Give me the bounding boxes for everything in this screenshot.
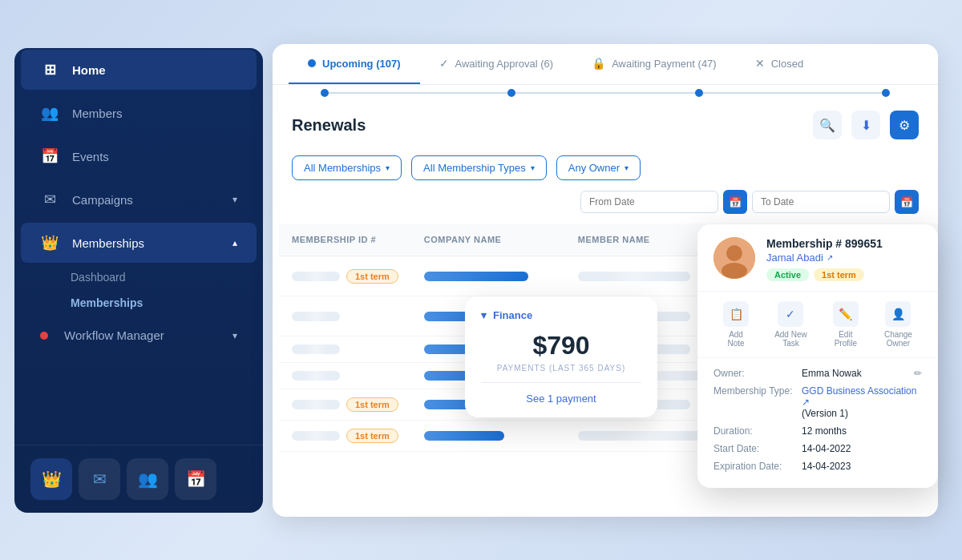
tab-awaiting-payment[interactable]: 🔒 Awaiting Payment (47) — [572, 44, 736, 84]
footer-memberships-btn[interactable]: 👑 — [30, 458, 72, 500]
tab-awaiting-approval[interactable]: ✓ Awaiting Approval (6) — [420, 44, 573, 84]
sidebar-item-members[interactable]: 👥 Members — [21, 93, 257, 133]
sidebar: ⊞ Home 👥 Members 📅 Events ✉ Campaigns ▾ … — [14, 48, 263, 513]
change-owner-label: ChangeOwner — [884, 330, 912, 348]
clock-icon: 🔒 — [592, 57, 605, 70]
tab-closed[interactable]: ✕ Closed — [736, 44, 823, 84]
from-date-input[interactable] — [580, 191, 718, 213]
row4-id — [279, 363, 411, 389]
expiration-date-value: 14-04-2023 — [802, 461, 851, 472]
membership-type-value[interactable]: GGD Business Association ↗(Version 1) — [802, 385, 922, 419]
footer-campaigns-btn[interactable]: ✉ — [79, 458, 120, 500]
chevron-any-owner-icon: ▾ — [624, 163, 629, 172]
to-date-input[interactable] — [752, 191, 890, 213]
settings-button[interactable]: ⚙ — [890, 111, 919, 139]
from-date-calendar-button[interactable]: 📅 — [723, 190, 747, 214]
members-icon: 👥 — [40, 104, 59, 122]
chevron-down-icon: ▾ — [232, 194, 237, 205]
sidebar-subitem-dashboard-label: Dashboard — [71, 271, 126, 284]
progress-dot-1 — [321, 89, 329, 97]
workflow-status-dot — [40, 332, 48, 340]
chevron-down-finance-icon: ▾ — [481, 309, 487, 321]
calendar-from-icon: 📅 — [729, 196, 742, 208]
membership-type-label: Membership Type: — [713, 385, 802, 397]
membership-type-row: Membership Type: GGD Business Associatio… — [713, 385, 922, 419]
filter-membership-types[interactable]: All Membership Types ▾ — [411, 155, 547, 180]
add-task-label: Add NewTask — [774, 330, 807, 348]
chevron-workflow-icon: ▾ — [232, 330, 237, 341]
sidebar-subitem-dashboard[interactable]: Dashboard — [64, 264, 263, 290]
tab-upcoming-dot — [308, 59, 316, 67]
edit-profile-label: EditProfile — [835, 330, 857, 348]
progress-dot-3 — [695, 89, 703, 97]
filter-any-owner-label: Any Owner — [568, 162, 620, 174]
events-icon: 📅 — [40, 147, 59, 165]
sidebar-item-events-label: Events — [72, 150, 109, 163]
owner-value: Emma Nowak — [802, 368, 862, 379]
gear-icon: ⚙ — [899, 118, 910, 133]
tabs-bar: Upcoming (107) ✓ Awaiting Approval (6) 🔒… — [273, 44, 938, 85]
detail-fields: Owner: Emma Nowak ✏ Membership Type: GGD… — [697, 358, 938, 488]
to-date-calendar-button[interactable]: 📅 — [895, 190, 919, 214]
add-note-button[interactable]: 📋 AddNote — [723, 301, 749, 348]
member-avatar — [713, 237, 755, 279]
download-icon: ⬇ — [861, 118, 871, 133]
company-bar6 — [424, 431, 504, 441]
owner-edit-icon[interactable]: ✏ — [914, 368, 922, 379]
id-skeleton — [292, 272, 340, 281]
start-date-row: Start Date: 14-04-2022 — [713, 443, 922, 454]
company-bar — [424, 272, 528, 281]
col-company-name: COMPANY NAME — [411, 224, 565, 256]
edit-profile-button[interactable]: ✏️ EditProfile — [833, 301, 859, 348]
footer-events-btn[interactable]: 📅 — [175, 458, 216, 500]
duration-row: Duration: 12 months — [713, 425, 922, 437]
sidebar-item-memberships[interactable]: 👑 Memberships ▴ — [21, 223, 257, 263]
sidebar-submenu: Dashboard Memberships — [14, 264, 263, 316]
add-task-button[interactable]: ✓ Add NewTask — [774, 301, 807, 348]
check-circle-icon: ✓ — [439, 57, 449, 70]
memberships-icon: 👑 — [40, 234, 59, 252]
expiration-date-label: Expiration Date: — [713, 461, 802, 472]
term-badge6: 1st term — [346, 429, 398, 443]
tab-awaiting-payment-label: Awaiting Payment (47) — [612, 58, 717, 70]
download-button[interactable]: ⬇ — [851, 111, 880, 139]
footer-members-btn[interactable]: 👥 — [127, 458, 168, 500]
search-icon: 🔍 — [819, 118, 835, 133]
svg-point-2 — [722, 263, 747, 279]
svg-point-1 — [726, 245, 742, 261]
detail-badges: Active 1st term — [766, 268, 922, 281]
tab-upcoming[interactable]: Upcoming (107) — [289, 45, 420, 84]
member-name-link[interactable]: Jamal Abadi ↗ — [766, 252, 922, 264]
edit-profile-icon: ✏️ — [833, 301, 859, 327]
membership-id: Membership # 899651 — [766, 237, 922, 250]
see-payment-link[interactable]: See 1 payment — [481, 382, 641, 405]
member-skeleton — [578, 272, 690, 281]
term-badge5: 1st term — [346, 397, 398, 412]
campaigns-icon: ✉ — [40, 191, 59, 208]
change-owner-button[interactable]: 👤 ChangeOwner — [884, 301, 912, 348]
sidebar-item-members-label: Members — [72, 107, 123, 120]
filter-any-owner[interactable]: Any Owner ▾ — [556, 155, 641, 180]
id-skeleton2 — [292, 312, 340, 321]
toolbar-actions: 🔍 ⬇ ⚙ — [813, 111, 919, 139]
id-skeleton6 — [292, 431, 340, 441]
sidebar-item-workflow-label: Workflow Manager — [64, 328, 164, 342]
detail-info: Membership # 899651 Jamal Abadi ↗ Active… — [766, 237, 922, 281]
chevron-up-icon: ▴ — [232, 237, 237, 248]
filter-all-memberships[interactable]: All Memberships ▾ — [292, 155, 402, 180]
chevron-membership-types-icon: ▾ — [531, 163, 535, 172]
add-note-label: AddNote — [727, 330, 744, 348]
sidebar-subitem-memberships[interactable]: Memberships — [64, 290, 263, 316]
progress-bar-1 — [329, 92, 507, 94]
change-owner-icon: 👤 — [885, 301, 911, 327]
filter-all-memberships-label: All Memberships — [304, 162, 381, 174]
calendar-to-icon: 📅 — [900, 196, 913, 208]
sidebar-item-campaigns[interactable]: ✉ Campaigns ▾ — [21, 179, 257, 220]
progress-dot-4 — [882, 89, 890, 97]
search-button[interactable]: 🔍 — [813, 111, 842, 139]
expiration-date-row: Expiration Date: 14-04-2023 — [713, 461, 922, 472]
progress-bar-2 — [515, 92, 694, 94]
sidebar-item-home[interactable]: ⊞ Home — [21, 50, 257, 90]
sidebar-item-workflow[interactable]: Workflow Manager ▾ — [21, 317, 257, 353]
sidebar-item-events[interactable]: 📅 Events — [21, 136, 257, 176]
